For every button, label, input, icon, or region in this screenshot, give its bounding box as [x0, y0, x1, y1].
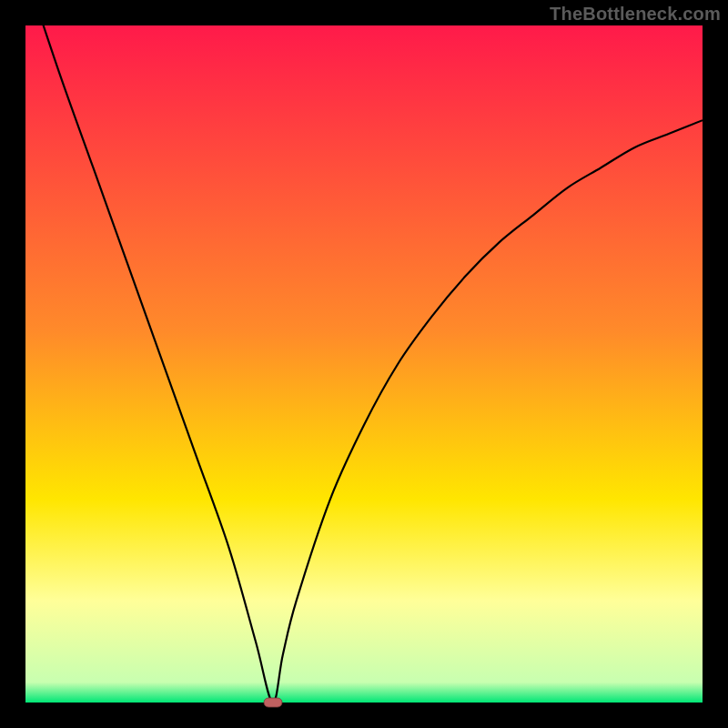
watermark-text: TheBottleneck.com — [550, 4, 721, 25]
optimal-marker-icon — [263, 697, 283, 708]
chart-plot — [25, 25, 703, 703]
svg-rect-0 — [264, 698, 282, 707]
chart-frame: TheBottleneck.com — [0, 0, 728, 728]
chart-background — [25, 25, 703, 703]
